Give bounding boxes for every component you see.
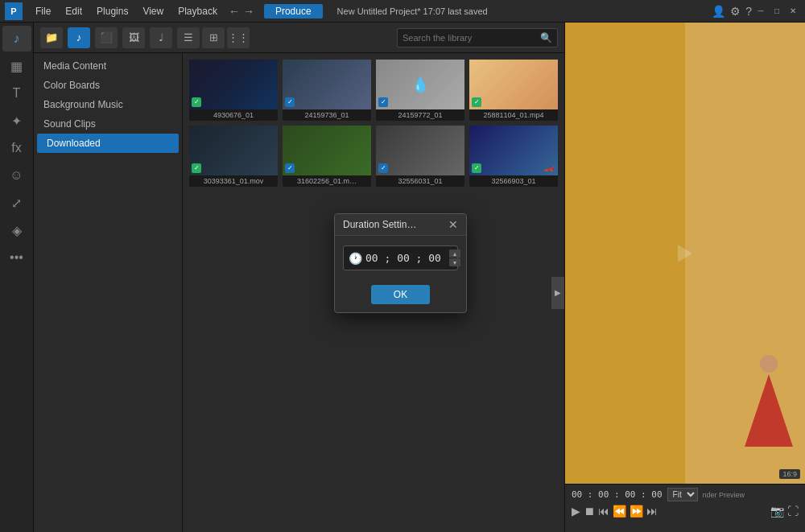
- dialog-footer: OK: [335, 280, 466, 312]
- clock-icon: 🕐: [349, 252, 362, 265]
- timecode-field[interactable]: [365, 252, 446, 264]
- spin-down-button[interactable]: ▼: [449, 258, 460, 266]
- ok-button[interactable]: OK: [371, 285, 430, 304]
- duration-dialog: Duration Settin… ✕ 🕐 ▲ ▼ OK: [334, 213, 467, 313]
- dialog-close-button[interactable]: ✕: [448, 219, 458, 230]
- modal-overlay: Duration Settin… ✕ 🕐 ▲ ▼ OK: [0, 0, 805, 532]
- dialog-titlebar: Duration Settin… ✕: [335, 214, 466, 236]
- dialog-body: 🕐 ▲ ▼: [335, 236, 466, 280]
- timecode-spinner: ▲ ▼: [449, 250, 460, 266]
- dialog-title: Duration Settin…: [343, 219, 416, 230]
- spin-up-button[interactable]: ▲: [449, 250, 460, 258]
- timecode-input: 🕐 ▲ ▼: [343, 245, 458, 270]
